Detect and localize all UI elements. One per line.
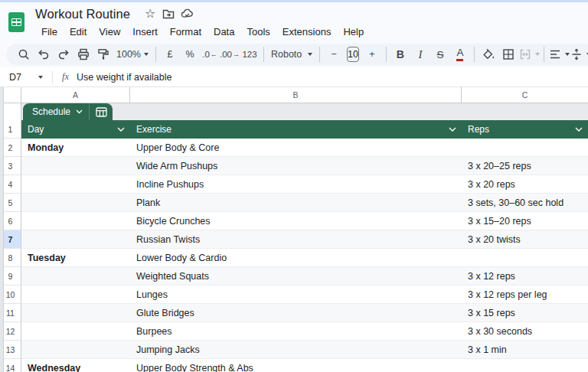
cell-exercise[interactable]: Weighted Squats: [130, 267, 462, 286]
cell-day[interactable]: [21, 286, 130, 304]
formula-bar: D7 fx Use weight if available: [0, 67, 588, 87]
cell-exercise[interactable]: Glute Bridges: [130, 304, 462, 322]
cell-exercise[interactable]: Wide Arm Pushups: [130, 157, 462, 175]
cell-day[interactable]: [21, 341, 130, 359]
cell-exercise[interactable]: Upper Body Strength & Abs: [130, 359, 462, 372]
star-icon[interactable]: ☆: [141, 5, 159, 22]
menu-tools[interactable]: Tools: [240, 24, 276, 39]
fx-icon: fx: [62, 71, 69, 83]
currency-format-button[interactable]: £: [160, 45, 180, 64]
cell-day[interactable]: Tuesday: [21, 249, 130, 267]
document-title[interactable]: Workout Routine: [35, 7, 130, 21]
cell-reps[interactable]: 3 x 20 twists: [462, 230, 588, 249]
sheets-logo-icon[interactable]: [8, 12, 24, 32]
menu-file[interactable]: File: [35, 24, 64, 39]
redo-button[interactable]: [54, 45, 74, 64]
cell-reps[interactable]: [462, 359, 588, 372]
cell-exercise[interactable]: Jumping Jacks: [130, 341, 462, 359]
column-header-b[interactable]: B: [130, 87, 462, 103]
cell-day[interactable]: [21, 157, 130, 175]
cell-exercise[interactable]: Bicycle Crunches: [130, 212, 462, 230]
cell-day[interactable]: [21, 230, 130, 249]
zoom-select[interactable]: 100%: [113, 45, 152, 64]
titlebar: Workout Routine ☆ File Edit View Insert …: [0, 2, 588, 42]
cell-reps[interactable]: 3 x 1 min: [462, 341, 588, 359]
cell-reps[interactable]: [462, 249, 588, 267]
header-cell-reps[interactable]: Reps: [462, 120, 588, 139]
header-cell-exercise[interactable]: Exercise: [130, 120, 462, 139]
cell-reps[interactable]: 3 x 15–20 reps: [462, 212, 588, 230]
arrow-right-icon: →: [233, 51, 240, 58]
increase-font-size-button[interactable]: +: [362, 45, 382, 64]
font-select[interactable]: Roboto: [268, 45, 315, 64]
cell-exercise[interactable]: Lunges: [130, 286, 462, 304]
filter-chevron-icon[interactable]: [449, 127, 456, 132]
cell-reps[interactable]: 3 x 20–25 reps: [462, 157, 588, 175]
cell-exercise[interactable]: Lower Body & Cardio: [130, 249, 462, 267]
decrease-font-size-button[interactable]: −: [324, 45, 344, 64]
cell-reps[interactable]: 3 x 30 seconds: [462, 322, 588, 341]
text-color-button[interactable]: A: [450, 45, 470, 64]
italic-button[interactable]: I: [410, 45, 430, 64]
decrease-decimal-button[interactable]: .0←: [200, 45, 220, 64]
move-folder-icon[interactable]: [159, 5, 178, 22]
font-name: Roboto: [271, 49, 302, 60]
cell-exercise[interactable]: Upper Body & Core: [130, 139, 462, 157]
fill-color-button[interactable]: [479, 45, 498, 64]
cell-day[interactable]: [21, 212, 130, 230]
increase-decimal-button[interactable]: .00→: [220, 45, 240, 64]
table-row: 11Glute Bridges3 x 15 reps: [0, 304, 588, 322]
table-options-button[interactable]: [90, 103, 113, 120]
cell-exercise[interactable]: Russian Twists: [130, 230, 462, 249]
search-button[interactable]: [14, 45, 34, 64]
cell-day[interactable]: [21, 322, 130, 341]
toolbar-divider: [319, 47, 320, 62]
cloud-saved-icon[interactable]: [178, 5, 196, 22]
bold-button[interactable]: B: [390, 45, 410, 64]
vertical-align-button[interactable]: [570, 45, 588, 64]
menu-help[interactable]: Help: [337, 24, 370, 39]
cell-day[interactable]: [21, 194, 130, 212]
font-size-input[interactable]: 10: [347, 47, 359, 62]
menu-view[interactable]: View: [93, 24, 126, 39]
percent-format-button[interactable]: %: [180, 45, 200, 64]
cell-day[interactable]: [21, 175, 130, 194]
menu-format[interactable]: Format: [164, 24, 207, 39]
filter-chevron-icon[interactable]: [117, 127, 125, 132]
undo-button[interactable]: [34, 45, 54, 64]
cell-day[interactable]: Monday: [21, 139, 130, 157]
cell-reps[interactable]: 3 sets, 30–60 sec hold: [462, 194, 588, 212]
zoom-value: 100%: [116, 49, 141, 60]
name-box[interactable]: D7: [0, 72, 47, 83]
cell-day[interactable]: Wednesday: [21, 359, 130, 372]
print-icon: [77, 47, 90, 61]
cell-day[interactable]: [21, 267, 130, 286]
table-name-chip[interactable]: Schedule: [23, 103, 113, 120]
column-header-a[interactable]: A: [21, 87, 130, 103]
cell-exercise[interactable]: Burpees: [130, 322, 462, 341]
cell-reps[interactable]: 3 x 12 reps: [462, 267, 588, 286]
strikethrough-button[interactable]: S: [430, 45, 450, 64]
formula-input[interactable]: Use weight if available: [77, 72, 172, 83]
merge-cells-button[interactable]: [518, 45, 540, 64]
header-cell-day[interactable]: Day: [21, 120, 130, 139]
cell-reps[interactable]: [462, 139, 588, 157]
filter-chevron-icon[interactable]: [575, 127, 583, 132]
borders-button[interactable]: [498, 45, 518, 64]
menu-data[interactable]: Data: [207, 24, 240, 39]
print-button[interactable]: [74, 45, 93, 64]
menu-extensions[interactable]: Extensions: [276, 24, 338, 39]
cell-day[interactable]: [21, 304, 130, 322]
cell-reps[interactable]: 3 x 15 reps: [462, 304, 588, 322]
menu-edit[interactable]: Edit: [64, 24, 93, 39]
menu-insert[interactable]: Insert: [126, 24, 164, 39]
column-header-c[interactable]: C: [462, 87, 588, 103]
paint-format-button[interactable]: [93, 45, 113, 64]
cell-exercise[interactable]: Incline Pushups: [130, 175, 462, 194]
number-format-button[interactable]: 123: [240, 45, 260, 64]
horizontal-align-button[interactable]: [548, 45, 570, 64]
cell-reps[interactable]: 3 x 20 reps: [462, 175, 588, 194]
table-row: 9Weighted Squats3 x 12 reps: [0, 267, 588, 286]
cell-reps[interactable]: 3 x 12 reps per leg: [462, 286, 588, 304]
cell-exercise[interactable]: Plank: [130, 194, 462, 212]
